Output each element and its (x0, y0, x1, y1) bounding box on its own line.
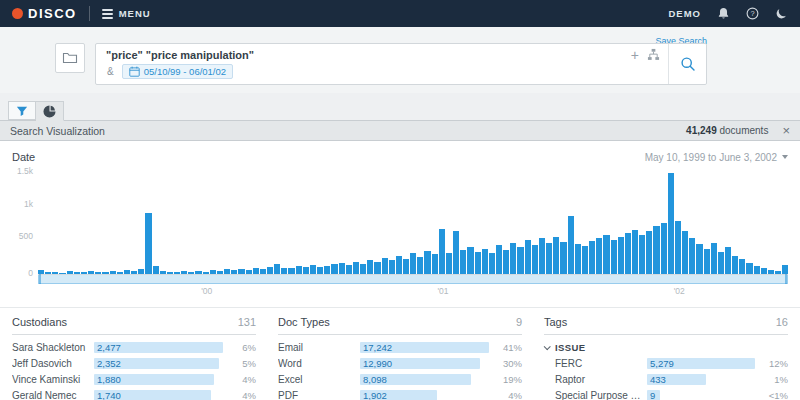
histogram-bar[interactable] (746, 263, 752, 274)
facet-row[interactable]: Sara Shackleton2,4776% (12, 339, 256, 355)
search-button[interactable] (668, 44, 706, 84)
histogram-bar[interactable] (661, 223, 667, 274)
histogram-bar[interactable] (711, 243, 717, 275)
histogram-bar[interactable] (525, 240, 531, 274)
histogram-bar[interactable] (346, 265, 352, 274)
histogram-bar[interactable] (517, 247, 523, 274)
histogram-bar[interactable] (74, 272, 80, 274)
histogram-bar[interactable] (510, 243, 516, 275)
histogram-bar[interactable] (553, 237, 559, 274)
histogram-bar[interactable] (424, 251, 430, 274)
histogram-bar[interactable] (410, 253, 416, 274)
histogram-bar[interactable] (253, 268, 259, 274)
histogram-bar[interactable] (210, 270, 216, 274)
histogram-bar[interactable] (310, 265, 316, 274)
histogram-bar[interactable] (238, 269, 244, 274)
histogram-bar[interactable] (224, 269, 230, 274)
histogram-bar[interactable] (675, 221, 681, 274)
histogram-bar[interactable] (503, 250, 509, 275)
histogram-bar[interactable] (618, 237, 624, 274)
histogram-bar[interactable] (568, 216, 574, 274)
histogram-bar[interactable] (260, 269, 266, 274)
histogram-bar[interactable] (582, 246, 588, 274)
histogram-bar[interactable] (611, 240, 617, 274)
histogram-bar[interactable] (160, 271, 166, 274)
histogram-bar[interactable] (496, 245, 502, 274)
histogram-bar[interactable] (267, 267, 273, 274)
histogram-bar[interactable] (246, 270, 252, 274)
facet-row[interactable]: Vince Kaminski1,8804% (12, 371, 256, 387)
histogram-bar[interactable] (353, 262, 359, 274)
histogram-bar[interactable] (446, 253, 452, 274)
histogram-bar[interactable] (317, 267, 323, 274)
histogram-bar[interactable] (67, 271, 73, 274)
histogram-bar[interactable] (303, 267, 309, 274)
histogram-bar[interactable] (174, 272, 180, 274)
histogram-bar[interactable] (52, 272, 58, 274)
tab-visualization[interactable] (36, 101, 64, 121)
facet-row[interactable]: FERC5,27912% (544, 355, 788, 371)
histogram-bar[interactable] (360, 264, 366, 275)
facet-row[interactable]: Raptor4331% (544, 371, 788, 387)
moon-icon[interactable] (775, 7, 788, 20)
histogram-bar[interactable] (124, 270, 130, 274)
facet-row[interactable]: Gerald Nemec1,7404% (12, 387, 256, 400)
histogram-bar[interactable] (45, 272, 51, 274)
help-icon[interactable]: ? (746, 7, 759, 20)
tag-group-issue[interactable]: ISSUE (544, 339, 788, 355)
folder-button[interactable] (55, 43, 85, 73)
histogram-bar[interactable] (439, 229, 445, 275)
histogram-bar[interactable] (117, 272, 123, 274)
histogram-bar[interactable] (153, 266, 159, 274)
histogram-bar[interactable] (432, 254, 438, 274)
histogram-bar[interactable] (532, 245, 538, 274)
histogram-bar[interactable] (324, 266, 330, 274)
histogram-bar[interactable] (603, 235, 609, 274)
histogram-bar[interactable] (296, 266, 302, 274)
histogram-bars[interactable] (38, 169, 788, 275)
facet-row[interactable]: Jeff Dasovich2,3525% (12, 355, 256, 371)
histogram-bar[interactable] (288, 268, 294, 274)
histogram-bar[interactable] (575, 244, 581, 274)
histogram-bar[interactable] (689, 238, 695, 274)
histogram-bar[interactable] (281, 268, 287, 274)
histogram-bar[interactable] (682, 231, 688, 274)
histogram-bar[interactable] (145, 213, 151, 274)
histogram-bar[interactable] (460, 250, 466, 274)
histogram-bar[interactable] (653, 226, 659, 274)
histogram-bar[interactable] (768, 270, 774, 274)
histogram-bar[interactable] (589, 241, 595, 274)
histogram-bar[interactable] (81, 272, 87, 274)
histogram-bar[interactable] (475, 252, 481, 274)
notifications-bell-icon[interactable] (717, 7, 730, 20)
histogram-bar[interactable] (88, 271, 94, 274)
histogram-bar[interactable] (782, 265, 788, 274)
histogram-bar[interactable] (389, 260, 395, 274)
brush-handle-right[interactable] (785, 274, 787, 284)
search-query-input[interactable]: "price" "price manipulation" (106, 49, 254, 61)
histogram-bar[interactable] (203, 272, 209, 274)
histogram-bar[interactable] (217, 271, 223, 274)
histogram-bar[interactable] (539, 238, 545, 274)
histogram-bar[interactable] (274, 264, 280, 275)
histogram-bar[interactable] (167, 272, 173, 274)
account-label[interactable]: DEMO (669, 8, 702, 19)
hierarchy-icon[interactable] (647, 48, 660, 61)
add-condition-icon[interactable]: + (631, 50, 639, 60)
histogram-bar[interactable] (374, 262, 380, 274)
histogram-bar[interactable] (632, 230, 638, 274)
facet-row[interactable]: Word12,99030% (278, 355, 522, 371)
histogram-bar[interactable] (761, 268, 767, 274)
brush-selection[interactable] (38, 275, 788, 284)
histogram-bar[interactable] (131, 271, 137, 274)
histogram-bar[interactable] (102, 272, 108, 274)
date-filter-chip[interactable]: 05/10/99 - 06/01/02 (122, 64, 233, 79)
histogram-bar[interactable] (625, 233, 631, 274)
histogram-bar[interactable] (396, 256, 402, 274)
date-range-selector[interactable]: May 10, 1999 to June 3, 2002 (645, 152, 788, 163)
brush-handle-left[interactable] (39, 274, 41, 284)
histogram-bar[interactable] (560, 242, 566, 274)
histogram-bar[interactable] (181, 271, 187, 274)
facet-row[interactable]: Excel8,09819% (278, 371, 522, 387)
histogram-bar[interactable] (331, 264, 337, 274)
